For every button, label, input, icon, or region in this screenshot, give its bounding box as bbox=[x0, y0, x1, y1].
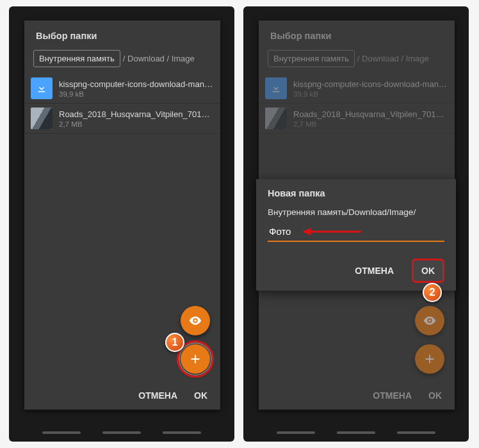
cancel-button[interactable]: ОТМЕНА bbox=[347, 260, 402, 281]
file-size: 2,7 MB bbox=[293, 120, 447, 128]
image-thumbnail bbox=[265, 108, 287, 129]
breadcrumb-rest[interactable]: / Download / Image bbox=[123, 54, 195, 63]
new-folder-fab bbox=[415, 344, 444, 374]
file-name: kisspng-computer-icons-download-mana… bbox=[293, 79, 447, 89]
file-list: kisspng-computer-icons-download-mana… 39… bbox=[259, 74, 455, 134]
new-folder-actions: ОТМЕНА OK bbox=[268, 259, 444, 283]
file-size: 39,9 kB bbox=[59, 90, 213, 98]
step-badge: 1 bbox=[165, 333, 184, 352]
breadcrumb-rest: / Download / Image bbox=[357, 54, 429, 63]
list-item: Roads_2018_Husqvarna_Vitpilen_701_M… 2,7… bbox=[259, 104, 455, 134]
folder-picker-dialog: Выбор папки Внутренняя память / Download… bbox=[24, 20, 220, 410]
breadcrumb: Внутренняя память / Download / Image bbox=[24, 50, 220, 74]
dialog-actions: ОТМЕНА OK bbox=[259, 381, 455, 410]
eye-icon bbox=[423, 314, 437, 328]
ok-button: OK bbox=[428, 390, 442, 401]
phone-screen-right: Выбор папки Внутренняя память / Download… bbox=[243, 6, 469, 442]
download-icon bbox=[265, 77, 287, 99]
list-item[interactable]: Roads_2018_Husqvarna_Vitpilen_701_M… 2,7… bbox=[24, 104, 220, 134]
cancel-button[interactable]: ОТМЕНА bbox=[138, 390, 177, 401]
dialog-title: Выбор папки bbox=[259, 20, 455, 50]
phone-screen-left: Выбор папки Внутренняя память / Download… bbox=[9, 6, 234, 442]
dialog-body: 1 bbox=[24, 134, 220, 381]
list-item[interactable]: kisspng-computer-icons-download-mana… 39… bbox=[24, 74, 220, 104]
new-folder-title: Новая папка bbox=[268, 188, 444, 198]
plus-icon bbox=[188, 352, 202, 366]
dialog-title: Выбор папки bbox=[24, 20, 220, 50]
ok-button[interactable]: OK bbox=[412, 259, 444, 283]
image-thumbnail bbox=[31, 108, 53, 129]
file-name: kisspng-computer-icons-download-mana… bbox=[59, 79, 213, 89]
breadcrumb: Внутренняя память / Download / Image bbox=[259, 50, 455, 74]
dialog-actions: ОТМЕНА OK bbox=[24, 381, 220, 410]
new-folder-path: Внутренняя память/Download/Image/ bbox=[268, 207, 444, 217]
file-size: 2,7 MB bbox=[59, 120, 213, 128]
plus-icon bbox=[423, 352, 437, 366]
list-item: kisspng-computer-icons-download-mana… 39… bbox=[259, 74, 455, 104]
android-navbar bbox=[9, 431, 234, 435]
cancel-button: ОТМЕНА bbox=[373, 390, 412, 401]
preview-fab[interactable] bbox=[181, 306, 210, 335]
file-name: Roads_2018_Husqvarna_Vitpilen_701_M… bbox=[293, 109, 447, 119]
ok-button[interactable]: OK bbox=[194, 390, 207, 401]
breadcrumb-root: Внутренняя память bbox=[268, 50, 355, 67]
file-name: Roads_2018_Husqvarna_Vitpilen_701_M… bbox=[59, 109, 213, 119]
android-navbar bbox=[243, 431, 469, 435]
file-list: kisspng-computer-icons-download-mana… 39… bbox=[24, 74, 220, 134]
download-icon bbox=[31, 77, 53, 99]
preview-fab bbox=[415, 306, 444, 335]
breadcrumb-root[interactable]: Внутренняя память bbox=[33, 50, 120, 67]
new-folder-fab[interactable] bbox=[181, 344, 210, 374]
folder-name-input[interactable] bbox=[268, 223, 444, 242]
file-size: 39,9 kB bbox=[293, 90, 447, 98]
new-folder-dialog: Новая папка Внутренняя память/Download/I… bbox=[256, 179, 456, 291]
eye-icon bbox=[188, 314, 202, 328]
